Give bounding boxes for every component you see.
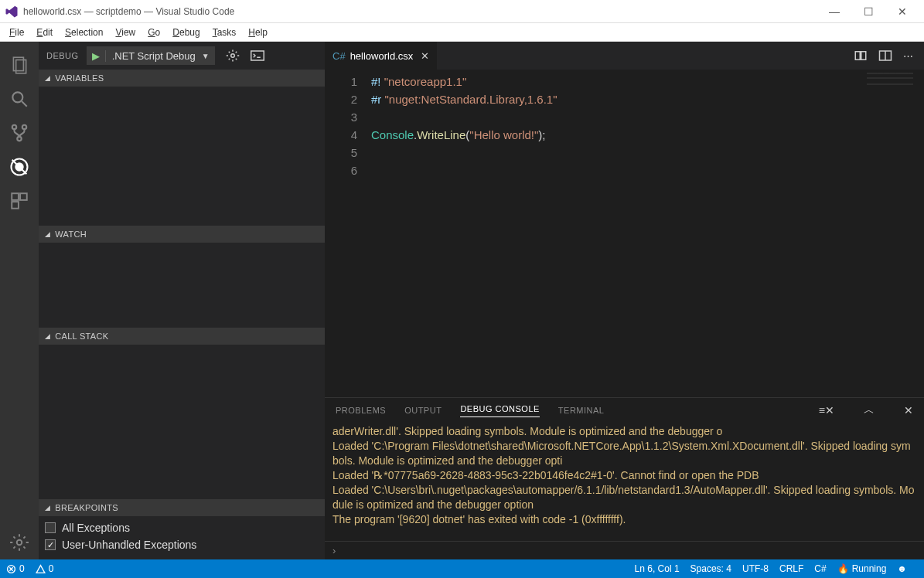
titlebar: helloworld.csx — scriptdemo — Visual Stu… bbox=[0, 0, 924, 23]
close-button[interactable]: ✕ bbox=[885, 5, 919, 18]
breakpoints-header[interactable]: ◢BREAKPOINTS bbox=[39, 499, 325, 516]
svg-rect-12 bbox=[12, 202, 19, 209]
variables-body bbox=[39, 87, 325, 226]
close-panel-icon[interactable]: ✕ bbox=[904, 404, 913, 416]
settings-icon[interactable] bbox=[7, 530, 32, 555]
svg-rect-11 bbox=[20, 193, 27, 200]
explorer-icon[interactable] bbox=[7, 53, 32, 77]
tab-problems[interactable]: PROBLEMS bbox=[336, 406, 386, 415]
editor-area: C# helloworld.csx ✕ ⋯ 123456 #! "netcore… bbox=[325, 42, 924, 559]
tab-helloworld[interactable]: C# helloworld.csx ✕ bbox=[325, 42, 437, 70]
status-lang[interactable]: C# bbox=[814, 563, 826, 574]
debug-header: DEBUG ▶ .NET Script Debug▼ bbox=[39, 42, 325, 70]
svg-point-9 bbox=[15, 163, 22, 170]
status-lncol[interactable]: Ln 6, Col 1 bbox=[635, 563, 680, 574]
collapse-icon[interactable]: ︿ bbox=[864, 403, 875, 417]
menu-view[interactable]: View bbox=[109, 26, 141, 39]
svg-point-4 bbox=[12, 125, 16, 129]
status-spaces[interactable]: Spaces: 4 bbox=[690, 563, 731, 574]
debug-console-icon[interactable] bbox=[251, 50, 264, 61]
gutter: 123456 bbox=[325, 70, 371, 397]
panel-tabs: PROBLEMS OUTPUT DEBUG CONSOLE TERMINAL ≡… bbox=[325, 398, 924, 423]
debug-console-output[interactable]: aderWriter.dll'. Skipped loading symbols… bbox=[325, 423, 924, 541]
csharp-file-icon: C# bbox=[332, 50, 346, 62]
status-warnings[interactable]: 0 bbox=[36, 563, 54, 574]
statusbar: 0 0 Ln 6, Col 1 Spaces: 4 UTF-8 CRLF C# … bbox=[0, 559, 924, 578]
callstack-header[interactable]: ◢CALL STACK bbox=[39, 328, 325, 345]
watch-body bbox=[39, 243, 325, 328]
debug-config-select[interactable]: ▶ .NET Script Debug▼ bbox=[87, 46, 215, 65]
code-content[interactable]: #! "netcoreapp1.1"#r "nuget:NetStandard.… bbox=[371, 70, 924, 397]
menu-go[interactable]: Go bbox=[141, 26, 166, 39]
activity-bar bbox=[0, 42, 39, 559]
debug-config-name[interactable]: .NET Script Debug▼ bbox=[106, 50, 214, 62]
tab-output[interactable]: OUTPUT bbox=[404, 406, 442, 415]
svg-point-2 bbox=[12, 92, 22, 102]
svg-point-5 bbox=[22, 125, 26, 129]
vs-logo-icon bbox=[5, 5, 19, 19]
svg-rect-10 bbox=[12, 193, 19, 200]
tab-terminal[interactable]: TERMINAL bbox=[558, 406, 605, 415]
clear-icon[interactable]: ≡✕ bbox=[819, 404, 834, 416]
status-feedback-icon[interactable]: ☻ bbox=[897, 563, 907, 574]
svg-line-3 bbox=[22, 101, 27, 107]
status-encoding[interactable]: UTF-8 bbox=[742, 563, 769, 574]
split-editor-icon[interactable] bbox=[878, 49, 892, 63]
compare-icon[interactable] bbox=[854, 49, 868, 63]
watch-header[interactable]: ◢WATCH bbox=[39, 226, 325, 243]
debug-sidebar: DEBUG ▶ .NET Script Debug▼ ◢VARIABLES ◢W… bbox=[39, 42, 325, 559]
debug-icon[interactable] bbox=[7, 155, 32, 179]
search-icon[interactable] bbox=[7, 87, 32, 111]
svg-point-13 bbox=[17, 540, 22, 546]
menu-debug[interactable]: Debug bbox=[166, 26, 206, 39]
menubar: File Edit Selection View Go Debug Tasks … bbox=[0, 23, 924, 42]
checkbox[interactable] bbox=[45, 539, 56, 550]
menu-file[interactable]: File bbox=[3, 26, 30, 39]
minimap[interactable] bbox=[867, 73, 913, 104]
variables-header[interactable]: ◢VARIABLES bbox=[39, 70, 325, 87]
debug-label: DEBUG bbox=[46, 51, 79, 60]
svg-rect-16 bbox=[855, 52, 860, 60]
svg-rect-17 bbox=[861, 52, 866, 60]
status-eol[interactable]: CRLF bbox=[779, 563, 803, 574]
callstack-body bbox=[39, 345, 325, 499]
tab-bar: C# helloworld.csx ✕ ⋯ bbox=[325, 42, 924, 70]
menu-edit[interactable]: Edit bbox=[30, 26, 59, 39]
extensions-icon[interactable] bbox=[7, 189, 32, 213]
maximize-button[interactable]: ☐ bbox=[851, 5, 885, 18]
menu-selection[interactable]: Selection bbox=[59, 26, 109, 39]
menu-tasks[interactable]: Tasks bbox=[206, 26, 243, 39]
scm-icon[interactable] bbox=[7, 121, 32, 145]
svg-point-6 bbox=[17, 137, 21, 141]
debug-console-input[interactable]: › bbox=[325, 541, 924, 559]
status-errors[interactable]: 0 bbox=[6, 563, 25, 574]
tab-label: helloworld.csx bbox=[350, 50, 414, 62]
svg-point-14 bbox=[231, 54, 235, 58]
menu-help[interactable]: Help bbox=[242, 26, 274, 39]
tab-debug-console[interactable]: DEBUG CONSOLE bbox=[460, 404, 539, 417]
svg-rect-15 bbox=[251, 51, 264, 60]
breakpoints-body: All Exceptions User-Unhandled Exceptions bbox=[39, 516, 325, 556]
window-title: helloworld.csx — scriptdemo — Visual Stu… bbox=[23, 6, 817, 17]
more-icon[interactable]: ⋯ bbox=[903, 50, 913, 62]
code-editor[interactable]: 123456 #! "netcoreapp1.1"#r "nuget:NetSt… bbox=[325, 70, 924, 397]
minimize-button[interactable]: — bbox=[817, 5, 851, 18]
panel: PROBLEMS OUTPUT DEBUG CONSOLE TERMINAL ≡… bbox=[325, 397, 924, 559]
debug-settings-icon[interactable] bbox=[226, 49, 240, 63]
close-tab-icon[interactable]: ✕ bbox=[421, 50, 429, 62]
checkbox[interactable] bbox=[45, 522, 56, 533]
status-running[interactable]: 🔥 Running bbox=[837, 563, 887, 574]
breakpoint-row[interactable]: User-Unhandled Exceptions bbox=[45, 536, 319, 553]
breakpoint-row[interactable]: All Exceptions bbox=[45, 519, 319, 536]
start-debug-icon[interactable]: ▶ bbox=[87, 50, 106, 62]
